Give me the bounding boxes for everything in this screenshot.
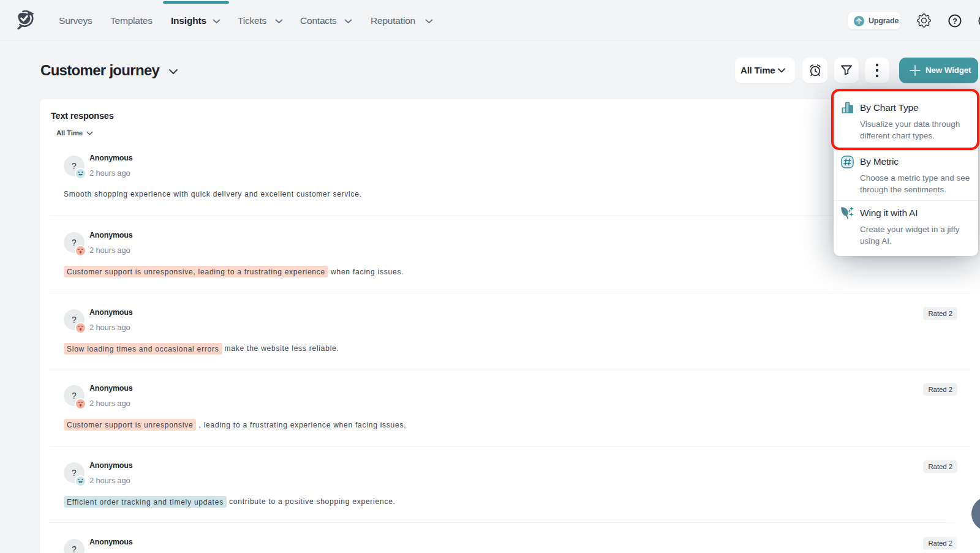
svg-text:?: ? bbox=[952, 17, 957, 26]
